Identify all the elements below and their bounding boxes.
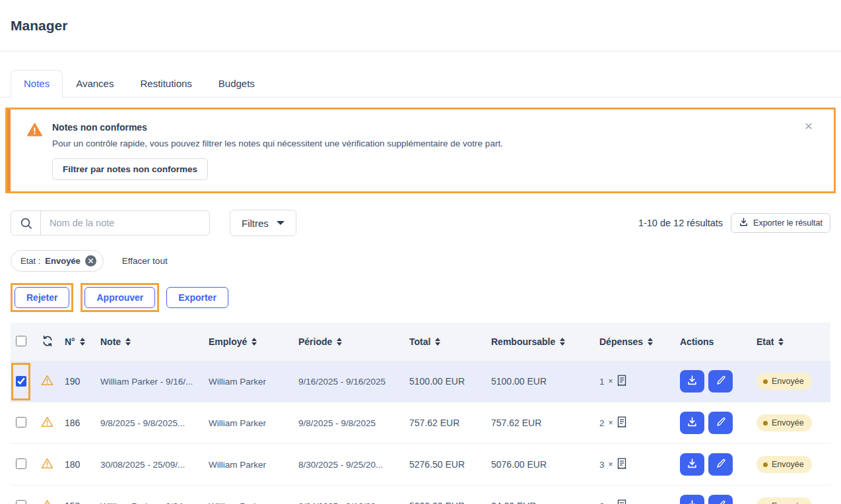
header-number[interactable]: N° bbox=[65, 336, 100, 347]
expenses-cell: 3 × bbox=[599, 458, 680, 472]
notes-table: N° Note Employé Période Total Remboursab… bbox=[11, 323, 830, 504]
reject-button[interactable]: Rejeter bbox=[15, 287, 69, 308]
edit-note-button[interactable] bbox=[708, 412, 733, 434]
download-icon bbox=[687, 458, 698, 471]
sort-icon bbox=[778, 338, 784, 346]
row-checkbox[interactable] bbox=[16, 500, 26, 504]
receipt-icon bbox=[617, 499, 626, 504]
header-expenses[interactable]: Dépenses bbox=[599, 336, 680, 347]
edit-note-button[interactable] bbox=[708, 453, 733, 476]
row-checkbox[interactable] bbox=[16, 376, 26, 387]
filter-chip-etat: Etat : Envoyée bbox=[11, 250, 104, 272]
tab-restitutions[interactable]: Restitutions bbox=[127, 70, 205, 97]
expenses-cell: 2 × bbox=[599, 416, 680, 430]
reimbursable-amount: 5076.00 EUR bbox=[491, 459, 599, 470]
note-number: 180 bbox=[65, 459, 100, 470]
header-employee[interactable]: Employé bbox=[209, 336, 298, 347]
download-note-button[interactable] bbox=[680, 495, 704, 504]
tab-notes[interactable]: Notes bbox=[11, 70, 63, 98]
export-result-label: Exporter le résultat bbox=[753, 218, 823, 228]
search-input[interactable] bbox=[41, 211, 209, 235]
row-checkbox[interactable] bbox=[16, 458, 26, 469]
chip-value: Envoyée bbox=[45, 256, 80, 266]
select-all-checkbox[interactable] bbox=[16, 336, 26, 346]
note-number: 190 bbox=[65, 376, 100, 387]
tab-budgets[interactable]: Budgets bbox=[205, 70, 268, 97]
header-actions: Actions bbox=[680, 336, 757, 347]
download-note-button[interactable] bbox=[680, 370, 704, 393]
expenses-count: 1 bbox=[599, 377, 605, 387]
header-status[interactable]: Etat bbox=[757, 336, 830, 347]
toolbar: Filtres 1-10 de 12 résultats Exporter le… bbox=[11, 210, 830, 236]
sort-icon bbox=[560, 338, 565, 346]
table-row[interactable]: 158 William Parker - 8/24... William Par… bbox=[11, 486, 830, 504]
filters-button[interactable]: Filtres bbox=[230, 210, 296, 236]
sort-icon bbox=[125, 338, 131, 346]
refresh-icon[interactable] bbox=[41, 334, 65, 350]
receipt-icon bbox=[617, 416, 626, 430]
edit-icon bbox=[716, 458, 726, 471]
status-badge: Envoyée bbox=[757, 497, 812, 504]
note-number: 158 bbox=[65, 501, 100, 504]
download-icon bbox=[739, 217, 749, 229]
filter-non-compliant-button[interactable]: Filtrer par notes non conformes bbox=[52, 158, 208, 180]
times-symbol: × bbox=[609, 460, 613, 469]
employee-name: William Parker bbox=[209, 460, 298, 470]
clear-all-filters-link[interactable]: Effacer tout bbox=[122, 256, 168, 266]
expenses-count: 2 bbox=[599, 501, 605, 504]
search-box bbox=[11, 210, 210, 236]
status-badge: Envoyée bbox=[757, 456, 812, 473]
close-icon[interactable]: × bbox=[805, 119, 813, 133]
expenses-count: 3 bbox=[599, 460, 605, 470]
sort-icon bbox=[648, 338, 653, 346]
approve-annotation-box: Approuver bbox=[81, 283, 159, 312]
warning-icon bbox=[27, 123, 42, 180]
note-name: 30/08/2025 - 25/09/... bbox=[100, 460, 209, 470]
reimbursable-amount: 5100.00 EUR bbox=[491, 376, 599, 387]
warning-icon bbox=[41, 499, 65, 504]
alert-description: Pour un contrôle rapide, vous pouvez fil… bbox=[52, 139, 503, 148]
status-dot-icon bbox=[763, 421, 768, 425]
tab-bar: Notes Avances Restitutions Budgets bbox=[0, 70, 841, 98]
approve-button[interactable]: Approuver bbox=[84, 287, 155, 308]
bulk-actions-row: Rejeter Approuver Exporter bbox=[11, 283, 830, 312]
tab-avances[interactable]: Avances bbox=[63, 70, 127, 97]
sort-icon bbox=[80, 338, 85, 346]
remove-chip-icon[interactable] bbox=[85, 255, 96, 267]
total-amount: 5100.00 EUR bbox=[409, 376, 491, 387]
sort-icon bbox=[435, 338, 440, 346]
receipt-icon bbox=[617, 458, 626, 472]
row-checkbox[interactable] bbox=[16, 417, 26, 427]
download-note-button[interactable] bbox=[680, 453, 704, 476]
employee-name: William Parker bbox=[209, 377, 298, 387]
header-note[interactable]: Note bbox=[100, 336, 209, 347]
note-name: 9/8/2025 - 9/8/2025... bbox=[100, 418, 209, 428]
edit-note-button[interactable] bbox=[708, 495, 733, 504]
warning-icon bbox=[41, 375, 65, 388]
expenses-cell: 1 × bbox=[599, 375, 680, 389]
status-badge: Envoyée bbox=[757, 414, 812, 431]
export-button[interactable]: Exporter bbox=[166, 287, 228, 308]
edit-icon bbox=[716, 417, 726, 429]
export-result-button[interactable]: Exporter le résultat bbox=[731, 213, 830, 233]
sort-icon bbox=[252, 338, 257, 346]
checkbox-annotation-box bbox=[11, 363, 30, 400]
download-note-button[interactable] bbox=[680, 412, 704, 434]
note-number: 186 bbox=[65, 418, 100, 428]
note-name: William Parker - 8/24... bbox=[100, 501, 209, 504]
results-count: 1-10 de 12 résultats bbox=[638, 218, 723, 228]
table-row[interactable]: 190 William Parker - 9/16/... William Pa… bbox=[11, 361, 830, 402]
table-row[interactable]: 180 30/08/2025 - 25/09/... William Parke… bbox=[11, 444, 830, 486]
receipt-icon bbox=[617, 375, 626, 389]
table-row[interactable]: 186 9/8/2025 - 9/8/2025... William Parke… bbox=[11, 402, 830, 444]
search-icon bbox=[11, 211, 41, 235]
header-total[interactable]: Total bbox=[409, 336, 491, 347]
edit-note-button[interactable] bbox=[708, 370, 733, 393]
expenses-count: 2 bbox=[599, 418, 605, 428]
header-period[interactable]: Période bbox=[298, 336, 409, 347]
download-icon bbox=[687, 416, 698, 429]
expenses-cell: 2 × bbox=[599, 499, 680, 504]
header-reimbursable[interactable]: Remboursable bbox=[491, 336, 599, 347]
employee-name: William Parker bbox=[209, 501, 298, 504]
total-amount: 757.62 EUR bbox=[409, 418, 491, 428]
